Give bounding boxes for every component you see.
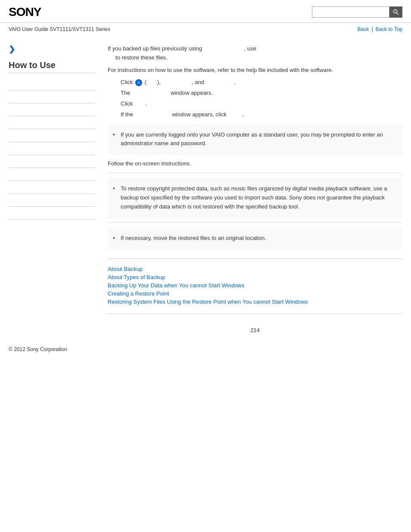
windows-icon xyxy=(135,79,142,86)
svg-point-0 xyxy=(394,10,397,13)
separator-2 xyxy=(108,222,402,223)
note-box-1: If you are currently logged onto your VA… xyxy=(108,124,402,156)
body-layout: ❯ How to Use If you backed up files prev… xyxy=(0,36,411,338)
step-4: If the window appears, click . xyxy=(121,110,402,119)
header: SONY xyxy=(0,0,411,23)
related-links: About Backup About Types of Backup Backi… xyxy=(108,258,402,314)
list-item[interactable] xyxy=(9,116,95,129)
main-content: If you backed up files previously using … xyxy=(103,36,402,338)
step-1: Click ( ), , and . xyxy=(121,78,402,87)
back-to-top-link[interactable]: Back to Top xyxy=(376,26,402,32)
bullet-item-1: If you are currently logged onto your VA… xyxy=(116,131,402,149)
footer: © 2012 Sony Corporation xyxy=(0,338,411,361)
step-3: Click . xyxy=(121,100,402,109)
link-restoring-system[interactable]: Restoring System Files Using the Restore… xyxy=(108,299,402,305)
page-number: 214 xyxy=(108,323,402,338)
nav-separator: | xyxy=(371,26,373,32)
list-item[interactable] xyxy=(9,181,95,194)
list-item[interactable] xyxy=(9,168,95,181)
separator-1 xyxy=(108,173,402,173)
search-area xyxy=(312,6,402,18)
svg-line-1 xyxy=(397,13,399,15)
bullet-item-2: To restore copyright protected data, suc… xyxy=(116,184,402,211)
list-item[interactable] xyxy=(9,194,95,207)
nav-links: Back | Back to Top xyxy=(358,26,402,32)
step-2: The window appears. xyxy=(121,89,402,98)
list-item[interactable] xyxy=(9,155,95,168)
list-item[interactable] xyxy=(9,78,95,90)
sidebar: ❯ How to Use xyxy=(9,36,103,338)
paragraph-1: If you backed up files previously using … xyxy=(108,44,402,62)
nav-bar: VAIO User Guide SVT1111/SVT1311 Series B… xyxy=(0,23,411,36)
note-box-3: If necessary, move the restored files to… xyxy=(108,227,402,250)
copyright: © 2012 Sony Corporation xyxy=(9,346,67,352)
list-item[interactable] xyxy=(9,207,95,220)
search-icon xyxy=(393,9,399,15)
sony-logo: SONY xyxy=(9,5,41,19)
bullet-item-3: If necessary, move the restored files to… xyxy=(116,234,402,243)
list-item[interactable] xyxy=(9,90,95,103)
link-creating-restore[interactable]: Creating a Restore Point xyxy=(108,290,402,297)
list-item[interactable] xyxy=(9,103,95,116)
back-link[interactable]: Back xyxy=(358,26,369,32)
follow-instructions: Follow the on-screen instructions. xyxy=(108,159,402,168)
link-about-backup[interactable]: About Backup xyxy=(108,266,402,272)
search-input[interactable] xyxy=(312,6,389,18)
link-about-types[interactable]: About Types of Backup xyxy=(108,274,402,280)
paragraph-2: For instructions on how to use the softw… xyxy=(108,66,402,75)
guide-title: VAIO User Guide SVT1111/SVT1311 Series xyxy=(9,26,110,32)
sidebar-arrow: ❯ xyxy=(9,44,95,54)
sidebar-section-title[interactable]: How to Use xyxy=(9,60,95,73)
list-item[interactable] xyxy=(9,142,95,155)
search-button[interactable] xyxy=(389,6,402,18)
note-box-2: To restore copyright protected data, suc… xyxy=(108,177,402,218)
list-item[interactable] xyxy=(9,129,95,142)
link-backing-up[interactable]: Backing Up Your Data when You cannot Sta… xyxy=(108,282,402,289)
